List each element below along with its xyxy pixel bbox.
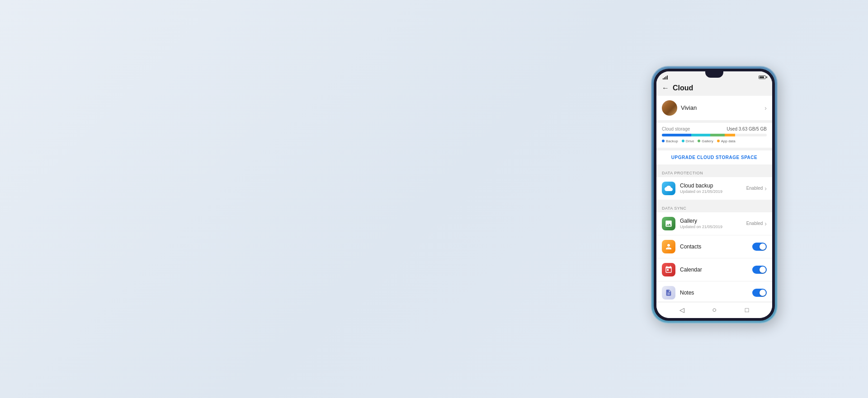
legend-dot-backup	[662, 140, 665, 142]
cloud-backup-info: Cloud backup Updated on 21/05/2019	[680, 183, 742, 194]
phone-inner: ← Cloud Vivian ›	[654, 69, 775, 321]
signal-icon	[663, 75, 668, 80]
chevron-right-icon: ›	[764, 104, 767, 112]
phone-body: ← Cloud Vivian ›	[651, 66, 778, 323]
calendar-icon	[662, 263, 675, 276]
cloud-backup-chevron: ›	[764, 185, 767, 192]
data-protection-list: Cloud backup Updated on 21/05/2019 Enabl…	[656, 177, 772, 200]
user-card[interactable]: Vivian ›	[656, 96, 772, 120]
legend-drive: Drive	[682, 139, 694, 143]
notes-icon	[662, 286, 675, 300]
nav-recent-button[interactable]: □	[742, 305, 751, 314]
storage-bar	[662, 134, 767, 136]
legend-dot-appdata	[717, 140, 720, 142]
data-sync-list: Gallery Updated on 21/05/2019 Enabled ›	[656, 212, 772, 302]
data-sync-label: DATA SYNC	[656, 202, 772, 212]
calendar-toggle-thumb	[760, 267, 766, 273]
data-protection-section: DATA PROTECTION Cloud backup	[656, 167, 772, 200]
battery-icon	[759, 75, 766, 79]
calendar-right	[752, 266, 767, 274]
contacts-info: Contacts	[680, 243, 748, 250]
storage-segment-drive	[691, 134, 710, 136]
nav-home-button[interactable]: ○	[710, 305, 719, 314]
cloud-backup-icon	[662, 182, 675, 195]
legend-label-appdata: App data	[721, 139, 736, 143]
list-item-calendar[interactable]: Calendar	[656, 258, 772, 281]
data-protection-label: DATA PROTECTION	[656, 167, 772, 177]
user-info: Vivian	[662, 100, 697, 116]
list-item-gallery[interactable]: Gallery Updated on 21/05/2019 Enabled ›	[656, 212, 772, 235]
legend-appdata: App data	[717, 139, 736, 143]
nav-home-icon: ○	[712, 306, 717, 314]
storage-segment-appdata	[725, 134, 735, 136]
legend-label-drive: Drive	[686, 139, 694, 143]
cloud-backup-subtitle: Updated on 21/05/2019	[680, 189, 742, 194]
gallery-subtitle: Updated on 21/05/2019	[680, 225, 742, 229]
nav-back-icon: ◁	[679, 306, 684, 314]
storage-header: Cloud storage Used 3.63 GB/5 GB	[662, 126, 767, 131]
gallery-icon	[662, 217, 675, 230]
phone-notch	[705, 71, 723, 78]
cloud-backup-right: Enabled ›	[746, 185, 767, 192]
nav-back-button[interactable]: ◁	[677, 305, 686, 314]
calendar-title: Calendar	[680, 267, 748, 273]
legend-label-gallery: Gallery	[702, 139, 713, 143]
bottom-nav: ◁ ○ □	[656, 302, 772, 318]
avatar-image	[662, 100, 677, 116]
notes-toggle-thumb	[760, 290, 766, 296]
cloud-backup-title: Cloud backup	[680, 183, 742, 189]
gallery-chevron: ›	[764, 220, 767, 227]
notes-info: Notes	[680, 290, 748, 296]
gallery-right: Enabled ›	[746, 220, 767, 227]
page-title: Cloud	[673, 84, 693, 92]
gallery-status: Enabled	[746, 221, 763, 226]
gallery-info: Gallery Updated on 21/05/2019	[680, 218, 742, 229]
contacts-toggle[interactable]	[752, 243, 767, 251]
storage-used: Used 3.63 GB/5 GB	[727, 126, 767, 131]
list-item-cloud-backup[interactable]: Cloud backup Updated on 21/05/2019 Enabl…	[656, 177, 772, 200]
scroll-content[interactable]: Vivian › Cloud storage Used 3.63 GB/5 GB	[656, 96, 772, 302]
notes-toggle[interactable]	[752, 289, 767, 297]
legend-backup: Backup	[662, 139, 678, 143]
legend-dot-gallery	[698, 140, 700, 142]
legend-label-backup: Backup	[666, 139, 678, 143]
app-header: ← Cloud	[656, 81, 772, 96]
list-item-notes[interactable]: Notes	[656, 281, 772, 302]
storage-label: Cloud storage	[662, 126, 690, 131]
avatar	[662, 100, 677, 116]
notes-title: Notes	[680, 290, 748, 296]
list-item-contacts[interactable]: Contacts	[656, 235, 772, 258]
upgrade-button[interactable]: UPGRADE CLOUD STORAGE SPACE	[656, 150, 772, 164]
storage-segment-backup	[662, 134, 691, 136]
data-sync-section: DATA SYNC Gallery	[656, 202, 772, 302]
cloud-backup-status: Enabled	[746, 186, 763, 191]
contacts-icon	[662, 240, 675, 253]
storage-section: Cloud storage Used 3.63 GB/5 GB	[656, 123, 772, 148]
calendar-info: Calendar	[680, 267, 748, 273]
storage-segment-gallery	[710, 134, 725, 136]
back-button[interactable]: ←	[662, 84, 669, 92]
notes-right	[752, 289, 767, 297]
contacts-right	[752, 243, 767, 251]
legend-dot-drive	[682, 140, 684, 142]
nav-recent-icon: □	[745, 306, 749, 314]
contacts-title: Contacts	[680, 243, 748, 250]
status-left	[663, 75, 668, 80]
phone-screen: ← Cloud Vivian ›	[656, 71, 772, 318]
user-name: Vivian	[681, 104, 697, 111]
storage-legend: Backup Drive Gallery	[662, 139, 767, 143]
calendar-toggle[interactable]	[752, 266, 767, 274]
gallery-title: Gallery	[680, 218, 742, 224]
legend-gallery: Gallery	[698, 139, 713, 143]
phone-device: ← Cloud Vivian ›	[651, 66, 778, 323]
contacts-toggle-thumb	[760, 243, 766, 250]
